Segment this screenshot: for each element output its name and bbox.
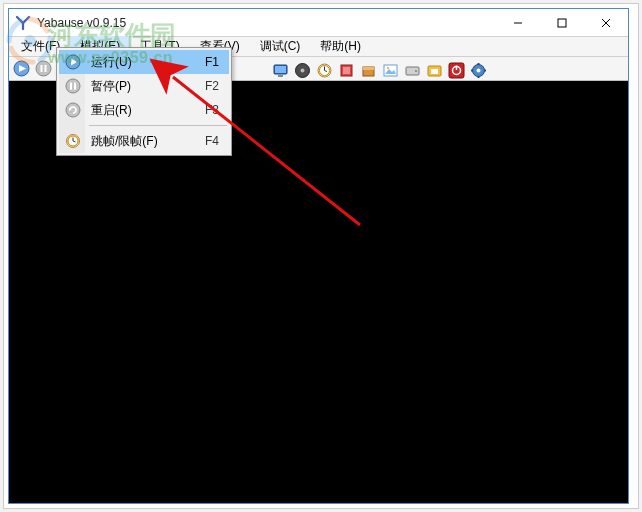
- svg-point-28: [301, 68, 305, 72]
- menu-item-frameskip[interactable]: 跳帧/限帧(F) F4: [59, 129, 229, 153]
- menu-item-label: 暂停(P): [91, 78, 131, 95]
- settings-icon[interactable]: [469, 61, 488, 80]
- disc-icon[interactable]: [293, 61, 312, 80]
- menu-item-shortcut: F1: [205, 55, 229, 69]
- svg-point-48: [477, 68, 481, 72]
- menu-item-pause[interactable]: 暂停(P) F2: [59, 74, 229, 98]
- toolbar-right-group: [271, 58, 488, 82]
- menu-item-shortcut: F2: [205, 79, 229, 93]
- svg-point-6: [36, 61, 51, 76]
- dropdown-separator: [89, 125, 227, 126]
- run-icon: [64, 53, 82, 71]
- clock-icon[interactable]: [315, 61, 334, 80]
- svg-rect-8: [45, 65, 47, 72]
- menu-item-restart[interactable]: 重启(R) F3: [59, 98, 229, 122]
- svg-rect-25: [275, 66, 286, 73]
- svg-point-16: [66, 103, 80, 117]
- chip-icon[interactable]: [337, 61, 356, 80]
- menu-debug[interactable]: 调试(C): [250, 36, 311, 57]
- pause-icon: [64, 77, 82, 95]
- svg-rect-15: [74, 83, 76, 90]
- svg-rect-36: [363, 67, 374, 70]
- svg-rect-43: [431, 69, 438, 74]
- app-icon: [15, 15, 31, 31]
- svg-rect-7: [41, 65, 43, 72]
- power-icon[interactable]: [447, 61, 466, 80]
- menu-item-label: 重启(R): [91, 102, 132, 119]
- svg-rect-34: [343, 67, 350, 74]
- clock-icon: [64, 132, 82, 150]
- restart-icon: [64, 101, 82, 119]
- emulation-dropdown: 运行(U) F1 暂停(P) F2 重启(R) F3 跳帧/限帧(F) F4: [56, 47, 232, 156]
- svg-rect-14: [70, 83, 72, 90]
- monitor-icon[interactable]: [271, 61, 290, 80]
- svg-rect-44: [449, 63, 464, 78]
- menu-help[interactable]: 帮助(H): [310, 36, 371, 57]
- svg-rect-40: [406, 67, 419, 75]
- svg-point-22: [69, 135, 72, 138]
- close-button[interactable]: [584, 9, 628, 37]
- maximize-button[interactable]: [540, 9, 584, 37]
- menu-item-shortcut: F3: [205, 103, 229, 117]
- minimize-button[interactable]: [496, 9, 540, 37]
- titlebar: Yabause v0.9.15: [9, 9, 628, 37]
- svg-point-41: [415, 70, 417, 72]
- hdd-icon[interactable]: [403, 61, 422, 80]
- menu-item-label: 跳帧/限帧(F): [91, 133, 158, 150]
- run-icon[interactable]: [12, 59, 31, 78]
- svg-rect-1: [558, 19, 566, 27]
- menu-item-label: 运行(U): [91, 54, 132, 71]
- svg-point-39: [387, 66, 390, 69]
- box-icon[interactable]: [359, 61, 378, 80]
- menu-item-shortcut: F4: [205, 134, 229, 148]
- menu-item-run[interactable]: 运行(U) F1: [59, 50, 229, 74]
- svg-point-23: [75, 135, 78, 138]
- pause-icon[interactable]: [34, 59, 53, 78]
- svg-point-13: [66, 79, 80, 93]
- image-icon[interactable]: [381, 61, 400, 80]
- snapshot-icon[interactable]: [425, 61, 444, 80]
- window-title: Yabause v0.9.15: [37, 16, 126, 30]
- svg-rect-26: [278, 75, 283, 77]
